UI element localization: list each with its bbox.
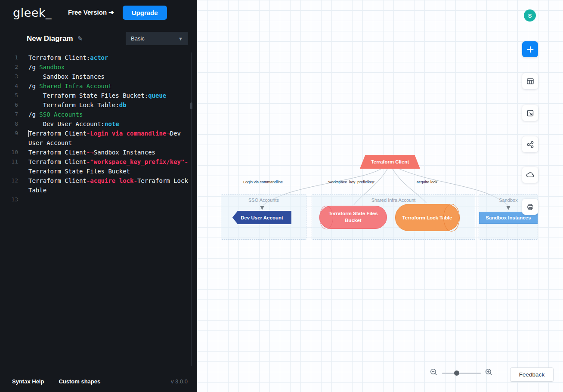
db-cap-shape (443, 204, 460, 231)
code-line-text[interactable] (28, 195, 192, 204)
line-number: 9 (0, 129, 18, 148)
code-line[interactable]: 4/g Shared Infra Account (0, 81, 192, 91)
node-label: Dev User Account (241, 215, 283, 220)
edit-title-icon[interactable]: ✎ (77, 35, 83, 43)
code-line-text[interactable]: /g SSO Accounts (28, 110, 192, 119)
feedback-button[interactable]: Feedback (510, 367, 554, 382)
line-number: 3 (0, 72, 18, 81)
share-button[interactable] (522, 136, 538, 152)
group-label: SSO Accounts (221, 198, 306, 203)
upgrade-button[interactable]: Upgrade (123, 6, 167, 20)
line-number: 12 (0, 176, 18, 195)
print-button[interactable] (522, 199, 538, 215)
code-line-text[interactable]: Terraform Client-"workspace_key_prefix/k… (28, 157, 192, 176)
line-number: 7 (0, 110, 18, 119)
code-line-text[interactable]: Terraform State Files Bucket:queue (28, 91, 192, 100)
cloud-icon (526, 171, 534, 179)
code-line-text[interactable]: /g Sandbox (28, 62, 192, 72)
free-version-label: Free Version ➔ (68, 9, 114, 16)
node-terraform-client[interactable]: Terraform Client (360, 155, 420, 169)
code-line[interactable]: 9Terraform Client-Login via commandline→… (0, 129, 192, 148)
code-line-text[interactable]: Sandbox Instances (28, 72, 192, 81)
app-root: gleek_ Free Version ➔ Upgrade New Diagra… (0, 0, 563, 392)
template-select-value: Basic (131, 35, 145, 42)
export-image-button[interactable] (522, 105, 538, 121)
panel-footer: Syntax Help Custom shapes v 3.0.0 (0, 370, 197, 392)
line-number: 2 (0, 62, 18, 72)
chevron-down-icon: ▼ (178, 36, 183, 41)
page-title: New Diagram (27, 34, 73, 43)
editor-scrollbar-thumb[interactable] (190, 102, 192, 109)
editor-scrollbar-track (191, 52, 192, 366)
node-label: Sandbox Instances (486, 215, 531, 220)
custom-shapes-link[interactable]: Custom shapes (59, 378, 100, 385)
code-editor[interactable]: 1Terraform Client:actor2/g Sandbox3Sandb… (0, 49, 197, 370)
zoom-slider-thumb[interactable] (454, 370, 459, 376)
code-line[interactable]: 12Terraform Client-acquire lock-Terrafor… (0, 176, 192, 195)
edge-label-login: Login via commandline (243, 180, 283, 184)
code-line-text[interactable]: Terraform Lock Table:db (28, 100, 192, 110)
queue-cap-shape (319, 206, 333, 229)
syntax-help-link[interactable]: Syntax Help (12, 378, 44, 385)
export-image-icon (526, 109, 534, 117)
panel-header: gleek_ Free Version ➔ Upgrade (0, 0, 197, 25)
gleek-logo: gleek_ (13, 6, 52, 19)
code-line-text[interactable]: Terraform Client-→Sandbox Instances (28, 148, 192, 157)
code-line[interactable]: 5Terraform State Files Bucket:queue (0, 91, 192, 100)
diagram-title-row: New Diagram ✎ Basic ▼ (0, 25, 197, 49)
code-line-text[interactable]: Terraform Client:actor (28, 53, 192, 62)
code-line-text[interactable]: Terraform Client-Login via commandline→D… (28, 129, 192, 148)
edge-label-key-prefix: 'workspace_key_prefix/key' (328, 180, 375, 184)
line-number: 11 (0, 157, 18, 176)
add-shape-button[interactable] (522, 41, 538, 57)
zoom-slider[interactable] (442, 373, 481, 374)
node-terraform-lock-table[interactable]: Terraform Lock Table (395, 204, 459, 231)
line-number: 6 (0, 100, 18, 110)
user-avatar[interactable]: S (524, 9, 536, 22)
code-line[interactable]: 8Dev User Account:note (0, 119, 192, 129)
edge-label-acquire-lock: acquire lock (417, 180, 437, 184)
code-line[interactable]: 3Sandbox Instances (0, 72, 192, 81)
node-label: Terraform Client (371, 159, 409, 164)
code-line[interactable]: 6Terraform Lock Table:db (0, 100, 192, 110)
code-line[interactable]: 7/g SSO Accounts (0, 110, 192, 119)
cloud-save-button[interactable] (522, 167, 538, 183)
zoom-out-icon[interactable] (430, 368, 438, 378)
code-line[interactable]: 10Terraform Client-→Sandbox Instances (0, 148, 192, 157)
line-number: 1 (0, 53, 18, 62)
editor-panel: gleek_ Free Version ➔ Upgrade New Diagra… (0, 0, 197, 392)
code-line-text[interactable]: /g Shared Infra Account (28, 81, 192, 91)
node-terraform-state-files-bucket[interactable]: Terraform State Files Bucket (319, 206, 387, 229)
template-select[interactable]: Basic ▼ (126, 32, 188, 45)
print-icon (526, 203, 534, 211)
share-icon (526, 141, 534, 148)
code-line-text[interactable]: Dev User Account:note (28, 119, 192, 129)
code-line[interactable]: 2/g Sandbox (0, 62, 192, 72)
line-number: 13 (0, 195, 18, 204)
code-line[interactable]: 11Terraform Client-"workspace_key_prefix… (0, 157, 192, 176)
code-line[interactable]: 1Terraform Client:actor (0, 53, 192, 62)
zoom-controls (430, 368, 493, 378)
table-view-button[interactable] (522, 73, 538, 89)
code-line-text[interactable]: Terraform Client-acquire lock-Terraform … (28, 176, 192, 195)
line-number: 8 (0, 119, 18, 129)
node-dev-user-account[interactable]: Dev User Account (232, 211, 291, 224)
line-number: 5 (0, 91, 18, 100)
version-label: v 3.0.0 (171, 378, 188, 385)
table-icon (526, 77, 534, 85)
line-number: 4 (0, 81, 18, 91)
diagram-canvas[interactable]: SSO Accounts Shared Infra Account Sandbo… (197, 0, 563, 392)
node-label: Terraform State Files Bucket (328, 210, 378, 224)
code-line[interactable]: 13 (0, 195, 192, 204)
zoom-in-icon[interactable] (485, 368, 493, 378)
plus-icon (526, 46, 534, 53)
group-label: Shared Infra Account (312, 198, 475, 203)
line-number: 10 (0, 148, 18, 157)
